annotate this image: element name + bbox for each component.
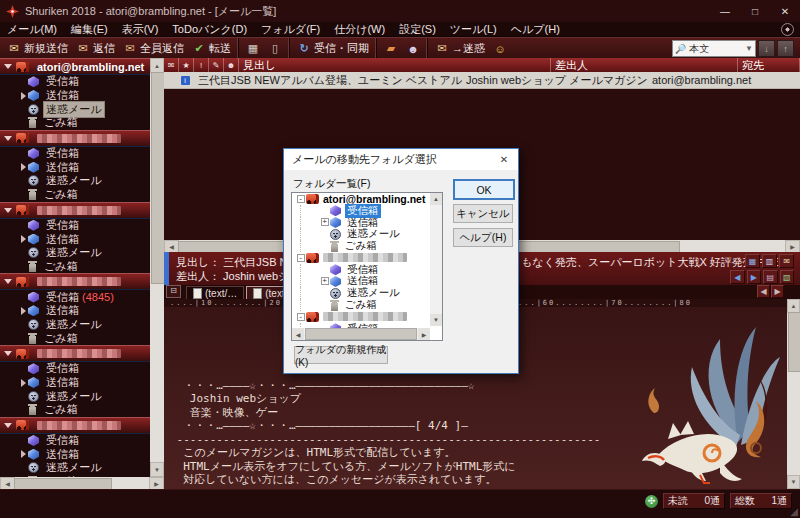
menu-item[interactable]: 表示(V) bbox=[115, 22, 166, 36]
scroll-left-icon[interactable]: ◀ bbox=[292, 328, 304, 340]
menu-item[interactable]: ToDoバンク(D) bbox=[165, 22, 254, 36]
toolbar-button[interactable]: 返信 bbox=[72, 40, 119, 57]
tree-folder-row[interactable]: ごみ箱 bbox=[300, 299, 442, 311]
sidebar-folder[interactable]: 送信箱 bbox=[0, 376, 150, 390]
sidebar-folder[interactable]: 送信箱 bbox=[0, 447, 150, 461]
view-layout-icon[interactable]: ▦ bbox=[745, 254, 760, 268]
search-prev-button[interactable]: ↑ bbox=[777, 40, 794, 57]
pin-icon[interactable] bbox=[781, 23, 794, 36]
mail-list-row[interactable]: i 三代目JSB NEWアルバム登場、ユーミン ベストアルバムまもなく発売、スー… bbox=[164, 72, 800, 89]
tree-horizontal-scrollbar[interactable]: ◀ ▶ bbox=[292, 328, 430, 340]
sidebar-folder[interactable]: 受信箱 bbox=[0, 147, 150, 161]
person-icon[interactable]: ☻ bbox=[224, 58, 239, 72]
close-button[interactable]: ✕ bbox=[770, 0, 800, 22]
view-header-icon[interactable]: ▥ bbox=[762, 254, 777, 268]
cancel-button[interactable]: キャンセル bbox=[453, 204, 513, 223]
scroll-down-icon[interactable]: ▼ bbox=[150, 462, 164, 477]
toolbar-button[interactable] bbox=[489, 42, 511, 56]
scroll-up-icon[interactable]: ▲ bbox=[150, 58, 164, 73]
open-mail-icon[interactable]: ✉ bbox=[779, 254, 794, 268]
toolbar-button[interactable]: 受信・同期 bbox=[293, 40, 373, 57]
tab-scroll-right-icon[interactable]: ▶ bbox=[771, 285, 784, 298]
sidebar-folder[interactable]: 受信箱 bbox=[0, 362, 150, 376]
menu-item[interactable]: フォルダ(F) bbox=[254, 22, 327, 36]
menu-item[interactable]: 編集(E) bbox=[64, 22, 115, 36]
collapse-icon[interactable] bbox=[4, 64, 12, 69]
resize-grip[interactable]: ◢ bbox=[790, 506, 798, 517]
sidebar-folder[interactable]: ごみ箱 bbox=[0, 260, 150, 274]
scrollbar-thumb[interactable] bbox=[151, 72, 165, 284]
collapse-icon[interactable] bbox=[4, 423, 12, 428]
body-vertical-scrollbar[interactable]: ▲ ▼ bbox=[787, 299, 800, 489]
collapse-icon[interactable] bbox=[4, 279, 12, 284]
sidebar-vertical-scrollbar[interactable]: ▲ ▼ bbox=[150, 58, 164, 477]
column-header-subject[interactable]: 見出し bbox=[239, 58, 551, 72]
scroll-down-icon[interactable]: ▼ bbox=[787, 475, 800, 489]
sidebar-folder[interactable]: 送信箱 bbox=[0, 160, 150, 174]
sidebar-horizontal-scrollbar[interactable]: ◀ ▶ bbox=[0, 477, 164, 489]
menu-item[interactable]: ヘルプ(H) bbox=[504, 22, 567, 36]
sidebar-account-header[interactable]: atori@brambling.net bbox=[0, 58, 150, 75]
expand-icon[interactable] bbox=[21, 379, 26, 387]
sidebar-account-header[interactable] bbox=[0, 202, 150, 219]
toolbar-button[interactable] bbox=[242, 42, 264, 56]
menu-item[interactable]: ツール(L) bbox=[443, 22, 504, 36]
toolbar-button[interactable] bbox=[380, 42, 402, 56]
collapse-icon[interactable] bbox=[4, 351, 12, 356]
expander-icon[interactable]: + bbox=[321, 277, 329, 285]
minimize-button[interactable]: — bbox=[710, 0, 740, 22]
toolbar-button[interactable] bbox=[264, 42, 286, 56]
sidebar-folder[interactable]: 受信箱 bbox=[0, 75, 150, 89]
scrollbar-thumb[interactable] bbox=[788, 312, 800, 372]
toolbar-button[interactable]: 全員返信 bbox=[119, 40, 188, 57]
sidebar-account-header[interactable] bbox=[0, 417, 150, 434]
scroll-up-icon[interactable]: ▲ bbox=[430, 193, 442, 205]
save-attachment-icon[interactable]: ▤ bbox=[763, 270, 778, 284]
menu-item[interactable]: 設定(S) bbox=[392, 22, 443, 36]
expander-icon[interactable]: - bbox=[297, 254, 305, 262]
priority-icon[interactable]: ! bbox=[194, 58, 209, 72]
scroll-down-icon[interactable]: ▼ bbox=[430, 314, 442, 326]
ok-button[interactable]: OK bbox=[453, 179, 515, 200]
toolbar-button[interactable] bbox=[402, 42, 424, 56]
sidebar-account-header[interactable] bbox=[0, 345, 150, 362]
sidebar-folder[interactable]: 迷惑メール bbox=[0, 102, 150, 116]
expander-icon[interactable]: - bbox=[297, 195, 305, 203]
dialog-close-button[interactable]: ✕ bbox=[490, 149, 518, 170]
message-part-tab[interactable]: (text/… bbox=[186, 286, 244, 299]
search-next-button[interactable]: ↓ bbox=[758, 40, 775, 57]
split-view-button[interactable]: ⊟ bbox=[166, 285, 181, 298]
sidebar-folder[interactable]: 迷惑メール bbox=[0, 174, 150, 188]
sidebar-folder[interactable]: 迷惑メール bbox=[0, 461, 150, 475]
menu-item[interactable]: メール(M) bbox=[0, 22, 64, 36]
sidebar-folder[interactable]: 迷惑メール bbox=[0, 318, 150, 332]
search-input[interactable]: 🔎 本文 ▼ bbox=[672, 40, 756, 57]
sidebar-folder[interactable]: ごみ箱 bbox=[0, 116, 150, 130]
expand-icon[interactable] bbox=[21, 92, 26, 100]
sidebar-account-header[interactable] bbox=[0, 273, 150, 290]
prev-message-icon[interactable]: ◀ bbox=[730, 270, 745, 284]
attachment-icon[interactable]: ✎ bbox=[209, 58, 224, 72]
flag-icon[interactable]: ★ bbox=[179, 58, 194, 72]
sidebar-folder[interactable]: ごみ箱 bbox=[0, 188, 150, 202]
toolbar-button[interactable]: →迷惑 bbox=[431, 40, 489, 57]
column-header-to[interactable]: 宛先 bbox=[738, 58, 800, 72]
sidebar-folder[interactable]: 受信箱 bbox=[0, 219, 150, 233]
sidebar-folder[interactable]: 送信箱 bbox=[0, 304, 150, 318]
tree-folder-row[interactable]: ごみ箱 bbox=[300, 240, 442, 252]
toolbar-button[interactable]: 転送 bbox=[188, 40, 235, 57]
encoding-icon[interactable]: ▧ bbox=[780, 270, 795, 284]
expand-icon[interactable] bbox=[21, 450, 26, 458]
sidebar-folder[interactable]: ごみ箱 bbox=[0, 331, 150, 345]
sidebar-folder[interactable]: 受信箱(4845) bbox=[0, 290, 150, 304]
sidebar-folder[interactable]: 送信箱 bbox=[0, 232, 150, 246]
sidebar-folder[interactable]: ごみ箱 bbox=[0, 403, 150, 417]
tab-scroll-left-icon[interactable]: ◀ bbox=[757, 285, 770, 298]
help-button[interactable]: ヘルプ(H) bbox=[453, 228, 513, 247]
sidebar-folder[interactable]: 迷惑メール bbox=[0, 389, 150, 403]
dialog-title-bar[interactable]: メールの移動先フォルダ選択 ✕ bbox=[284, 149, 518, 170]
sidebar-folder[interactable]: 受信箱 bbox=[0, 434, 150, 448]
collapse-icon[interactable] bbox=[4, 136, 12, 141]
maximize-button[interactable]: □ bbox=[740, 0, 770, 22]
column-header-from[interactable]: 差出人 bbox=[551, 58, 738, 72]
